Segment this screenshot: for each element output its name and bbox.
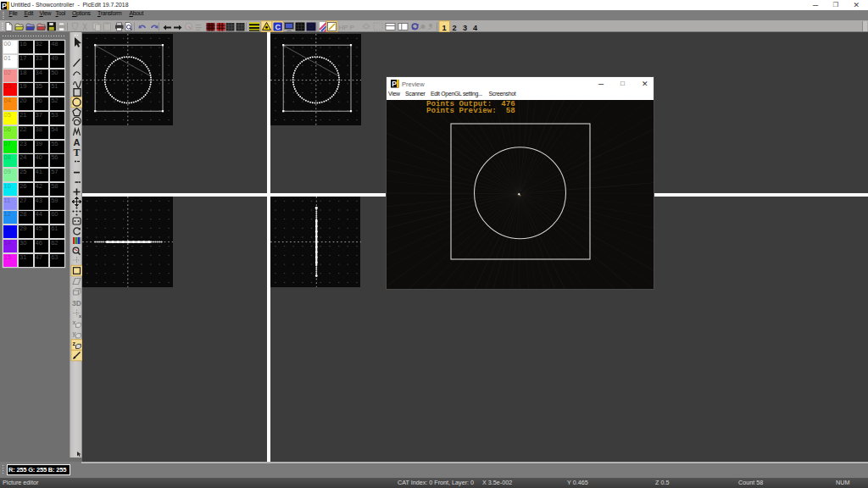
svg-text:2: 2	[452, 24, 456, 32]
svg-text:P: P	[350, 24, 354, 31]
svg-text:T: T	[73, 147, 80, 158]
svg-text:z: z	[73, 341, 76, 347]
svg-text:3: 3	[463, 24, 467, 32]
svg-text:P: P	[2, 2, 7, 10]
svg-text:P: P	[392, 80, 397, 88]
svg-text:4: 4	[473, 24, 478, 32]
svg-text:1: 1	[442, 24, 446, 32]
svg-text:3D: 3D	[72, 299, 81, 308]
svg-text:x: x	[79, 313, 81, 319]
svg-text:x: x	[73, 319, 76, 325]
svg-text:HP: HP	[339, 24, 348, 31]
svg-text:y: y	[73, 330, 76, 337]
svg-text:C: C	[275, 23, 281, 31]
